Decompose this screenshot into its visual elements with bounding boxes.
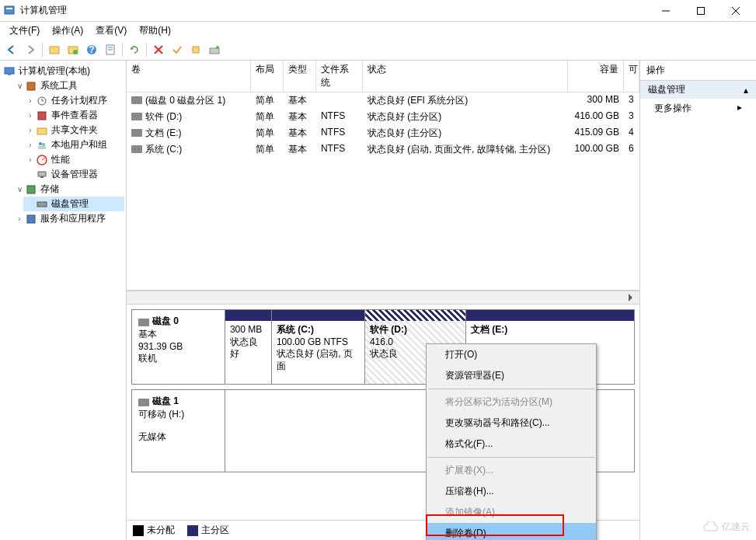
svg-rect-6 [50,47,59,54]
svg-rect-37 [27,215,35,223]
svg-point-18 [216,46,219,49]
svg-rect-21 [27,82,35,90]
tree-root[interactable]: 计算机管理(本地) [2,64,124,78]
svg-rect-26 [37,128,47,134]
watermark: 亿速云 [703,521,750,534]
menu-bar: 文件(F) 操作(A) 查看(V) 帮助(H) [0,22,756,39]
cm-mark-active: 将分区标记为活动分区(M) [427,392,596,413]
close-button[interactable] [718,1,753,21]
svg-rect-1 [6,8,12,9]
volume-row[interactable]: 系统 (C:)简单基本NTFS状态良好 (启动, 页面文件, 故障转储, 主分区… [127,141,639,158]
svg-point-27 [39,142,42,145]
help-icon[interactable]: ? [83,41,100,58]
cm-format[interactable]: 格式化(F)... [427,434,596,455]
menu-file[interactable]: 文件(F) [3,23,46,39]
volume-icon [131,96,142,104]
col-status[interactable]: 状态 [363,61,568,92]
legend-unallocated-swatch [133,525,144,536]
svg-point-36 [39,204,40,205]
tree-storage[interactable]: ∨ 存储 [12,182,124,197]
svg-rect-0 [5,6,14,14]
tree-system-tools[interactable]: ∨ 系统工具 [12,78,124,93]
toolbar-icon-8[interactable] [206,41,223,58]
minimize-button[interactable] [648,1,683,21]
toolbar-icon-7[interactable] [187,41,204,58]
tree-services[interactable]: › 服务和应用程序 [12,211,124,226]
svg-rect-16 [193,47,199,53]
folder-icon [36,124,48,137]
collapse-icon[interactable]: ∨ [14,82,25,90]
col-fs[interactable]: 文件系统 [316,61,363,92]
collapse-icon[interactable]: ∨ [14,185,25,193]
users-icon [36,139,48,152]
device-icon [36,169,48,181]
expand-icon[interactable]: › [25,96,36,105]
tree-event-viewer[interactable]: ›事件查看器 [23,108,124,123]
check-icon[interactable] [169,41,186,58]
col-type[interactable]: 类型 [284,61,316,92]
partition-c[interactable]: 系统 (C:)100.00 GB NTFS状态良好 (启动, 页面 [272,310,365,384]
menu-help[interactable]: 帮助(H) [133,23,177,39]
volume-icon [131,129,142,137]
forward-button[interactable] [22,41,39,58]
window-title: 计算机管理 [20,4,648,17]
tree-local-users[interactable]: ›本地用户和组 [23,138,124,152]
col-free[interactable]: 可 [624,61,639,92]
delete-icon[interactable] [150,41,167,58]
cm-open[interactable]: 打开(O) [427,344,596,365]
navigation-tree: 计算机管理(本地) ∨ 系统工具 ›任务计划程序 ›事件查看器 ›共享文件夹 ›… [0,61,127,540]
refresh-icon[interactable] [126,41,143,58]
svg-rect-3 [697,7,704,14]
cm-mirror: 添加镜像(A)... [427,502,596,523]
tree-performance[interactable]: ›性能 [23,152,124,167]
volume-row[interactable]: 软件 (D:)简单基本NTFS状态良好 (主分区)416.00 GB3 [127,109,639,125]
expand-icon[interactable]: › [25,141,36,149]
toolbar-icon-2[interactable] [64,41,82,58]
app-icon [3,5,16,17]
cm-extend: 扩展卷(X)... [427,460,596,481]
actions-section[interactable]: 磁盘管理 ▴ [640,81,756,99]
storage-icon [25,183,37,196]
volume-header: 卷 布局 类型 文件系统 状态 容量 可 [127,61,639,92]
disk-icon [138,319,149,326]
cm-shrink[interactable]: 压缩卷(H)... [427,481,596,502]
volume-row[interactable]: (磁盘 0 磁盘分区 1)简单基本状态良好 (EFI 系统分区)300 MB3 [127,92,639,109]
clock-icon [36,95,48,107]
toolbar-icon-4[interactable] [102,41,119,58]
expand-icon[interactable]: › [25,126,36,134]
tree-shared-folders[interactable]: ›共享文件夹 [23,123,124,138]
tree-disk-management[interactable]: 磁盘管理 [23,197,124,211]
actions-header: 操作 [640,61,756,81]
services-icon [25,213,37,225]
col-capacity[interactable]: 容量 [568,61,624,92]
back-button[interactable] [3,41,20,58]
toolbar: ? [0,39,756,61]
toolbar-icon-1[interactable] [46,41,63,58]
svg-line-31 [42,158,45,160]
horizontal-scrollbar[interactable] [127,291,639,305]
svg-rect-33 [40,176,44,178]
title-bar: 计算机管理 [0,0,756,22]
expand-icon[interactable]: › [14,214,25,223]
expand-icon[interactable]: › [25,155,36,164]
cm-delete-volume[interactable]: 删除卷(D)... [427,523,596,540]
col-layout[interactable]: 布局 [251,61,284,92]
disk-0-info[interactable]: 磁盘 0 基本 931.39 GB 联机 [132,310,225,384]
svg-rect-32 [38,172,46,176]
svg-rect-17 [210,48,219,54]
col-volume[interactable]: 卷 [127,61,251,92]
menu-action[interactable]: 操作(A) [46,23,89,39]
legend-primary-swatch [187,525,198,536]
cm-change-letter[interactable]: 更改驱动器号和路径(C)... [427,413,596,434]
cm-explore[interactable]: 资源管理器(E) [427,365,596,386]
tree-task-scheduler[interactable]: ›任务计划程序 [23,93,124,108]
maximize-button[interactable] [683,1,718,21]
volume-row[interactable]: 文档 (E:)简单基本NTFS状态良好 (主分区)415.09 GB4 [127,125,639,141]
actions-more[interactable]: 更多操作 ▸ [640,99,756,118]
svg-rect-34 [27,186,35,193]
partition-efi[interactable]: 300 MB状态良好 [225,310,272,384]
expand-icon[interactable]: › [25,111,36,120]
menu-view[interactable]: 查看(V) [89,23,133,39]
tree-device-manager[interactable]: 设备管理器 [23,167,124,182]
disk-1-info[interactable]: 磁盘 1 可移动 (H:) 无媒体 [132,390,225,472]
